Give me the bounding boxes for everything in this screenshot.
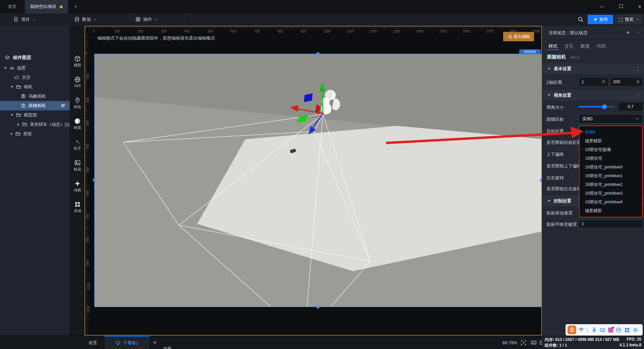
z-distance-min-input[interactable]: 1 米 (579, 77, 609, 87)
caret-icon[interactable] (548, 200, 550, 202)
add-state-icon[interactable]: + (626, 29, 630, 36)
menu-item-操作[interactable]: 操作 (136, 13, 158, 26)
search-icon[interactable] (578, 16, 584, 22)
tree-item-相机[interactable]: 相机 (0, 82, 70, 92)
dock-item-标绘[interactable]: 标绘 (70, 97, 85, 109)
tree-item-天空[interactable]: 天空 (0, 73, 70, 82)
pan-sensitivity-input[interactable]: 1 (579, 219, 643, 228)
dock-item-label: 粒子 (70, 146, 85, 151)
caret-icon[interactable] (4, 67, 7, 69)
dropdown-option-9[interactable]: 场景模型 (580, 206, 642, 215)
field-label-pan-sensitivity: 鼠标平移灵敏度 (546, 221, 577, 228)
ime-punct-icon[interactable]: ’, (586, 328, 589, 332)
caret-icon[interactable] (548, 68, 550, 70)
dock-item-贴花[interactable]: 贴花 (70, 159, 85, 172)
preview-button[interactable]: 预览 (615, 15, 643, 24)
microphone-icon[interactable] (591, 327, 597, 333)
section-title: 基本设置 (554, 66, 571, 72)
resize-handle-left[interactable] (93, 179, 96, 182)
eye-hidden-icon[interactable] (60, 103, 65, 108)
sogou-logo-icon[interactable]: S (568, 326, 576, 334)
follow-target-select[interactable]: 实例1 (579, 114, 643, 123)
publish-button[interactable]: 发布 (588, 15, 613, 24)
dropdown-option-3[interactable]: 19层住宅 (580, 154, 642, 163)
h-ruler-label: 1300 (393, 30, 400, 33)
resize-handle-top[interactable] (317, 52, 319, 55)
minimize-icon[interactable]: — (598, 4, 604, 9)
dock-item-GIS[interactable]: GIS (70, 76, 85, 88)
inspector-tab-交互[interactable]: 交互 (565, 43, 574, 49)
dock-item-动效[interactable]: 动效 (70, 180, 85, 193)
dock-item-其他[interactable]: 其他 (70, 201, 85, 213)
tree-item-模型层[interactable]: 模型层 (0, 110, 70, 120)
fov-slider[interactable] (579, 106, 615, 107)
plot-icon (74, 97, 81, 104)
caret-icon[interactable] (11, 133, 13, 135)
field-label-follow-target: 跟随目标 (546, 116, 564, 122)
chevron-right-icon[interactable]: › (638, 30, 639, 35)
add-subpanel-button[interactable]: + (153, 339, 157, 346)
decal-icon (74, 159, 81, 166)
v-ruler-label: 700 (86, 213, 90, 219)
more-icon[interactable]: ⋮ (636, 66, 640, 71)
section-header-视角设置[interactable]: 视角设置⋮ (542, 90, 644, 100)
fit-view-icon[interactable] (521, 340, 527, 346)
caret-icon[interactable] (548, 94, 550, 96)
ime-menu-grid-icon[interactable] (624, 327, 630, 333)
menu-item-数据[interactable]: 数据 (74, 13, 97, 26)
assistant-icon[interactable] (616, 327, 622, 333)
tree-item-跟随相机[interactable]: 跟随相机 (0, 101, 70, 110)
tree-item-鸟瞰相机[interactable]: 鸟瞰相机 (0, 92, 70, 101)
3d-viewport[interactable] (95, 54, 541, 307)
dropdown-option-6[interactable]: 19层住宅_primitive2 (580, 180, 642, 189)
dock-item-模型[interactable]: 模型 (70, 55, 85, 68)
new-tab-button[interactable]: + (74, 3, 77, 10)
resize-handle-bottom[interactable] (317, 306, 319, 308)
v-ruler-label: 400 (86, 144, 90, 149)
tree-item-场景[interactable]: 场景 (0, 63, 70, 73)
dropdown-option-8[interactable]: 19层住宅_primitive4 (580, 198, 642, 206)
zoom-percent[interactable]: 69.79% (496, 340, 517, 345)
dropdown-option-0[interactable]: 实例1 (580, 128, 642, 137)
caret-icon[interactable] (17, 123, 19, 126)
shortcut-keyboard-icon[interactable] (531, 340, 537, 346)
virtual-keyboard-icon[interactable] (600, 327, 605, 333)
dropdown-option-4[interactable]: 19层住宅_primitive0 (580, 163, 642, 171)
tree-item-形状[interactable]: 形状 (0, 129, 70, 139)
section-header-基本设置[interactable]: 基本设置⋮ (542, 63, 644, 74)
close-icon[interactable]: ✕ (637, 4, 643, 9)
menu-item-项目[interactable]: 项目 (13, 13, 36, 26)
dropdown-option-7[interactable]: 19层住宅_primitive3 (580, 189, 642, 198)
dock-item-材质[interactable]: 材质 (70, 118, 85, 130)
dropdown-option-5[interactable]: 19层住宅_primitive1 (580, 171, 642, 180)
inspector-tab-代码[interactable]: 代码 (597, 43, 606, 49)
inspector-tab-样式[interactable]: 样式 (548, 43, 557, 49)
tree-item-黑色轿车（动态）[1][interactable]: 黑色轿车（动态）[1] (0, 120, 70, 129)
motion-icon (74, 180, 81, 187)
chevron-down-icon (636, 18, 639, 21)
dropdown-option-2[interactable]: 19层住宅玻璃 (580, 145, 642, 154)
fov-value-input[interactable]: 0.7 (618, 102, 643, 111)
window-tab-0[interactable]: 首页 (3, 0, 22, 13)
ime-mode-icon[interactable]: 中 (579, 327, 584, 333)
skin-icon[interactable] (608, 328, 613, 333)
dropdown-option-1[interactable]: 场景模型 (580, 137, 642, 145)
ime-settings-icon[interactable] (633, 327, 638, 333)
dock-item-粒子[interactable]: 粒子 (70, 139, 85, 151)
z-distance-max-input[interactable]: 200 米 (610, 77, 643, 87)
v-ruler-label: 800 (86, 237, 90, 243)
active-tab-underline (547, 49, 558, 50)
restore-icon[interactable] (618, 4, 624, 9)
layers-panel-title: 组件图层 (13, 55, 31, 61)
fov-slider-knob[interactable] (602, 104, 607, 109)
unit-label: 米 (636, 79, 640, 85)
exit-edit-button[interactable]: 退出编辑 (503, 32, 534, 41)
subpanel-tab[interactable]: 子看板1 (105, 336, 150, 349)
h-ruler-label: 400 (184, 30, 190, 33)
more-icon[interactable]: ⋮ (636, 93, 640, 98)
window-tab-1[interactable]: 我的空白项目 (25, 0, 68, 13)
caret-icon[interactable] (11, 114, 13, 116)
dock-item-label: GIS (70, 84, 85, 88)
inspector-tab-数据[interactable]: 数据 (581, 43, 590, 49)
caret-icon[interactable] (11, 86, 13, 88)
